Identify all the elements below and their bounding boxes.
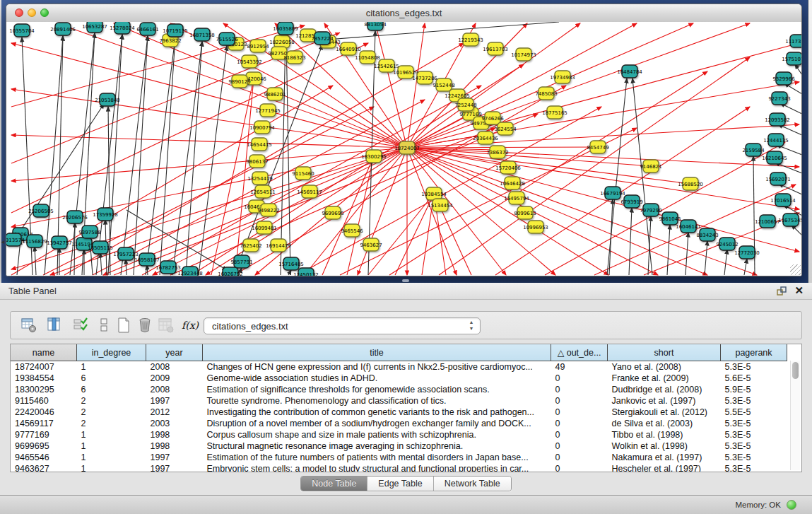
column-header-name[interactable]: name <box>11 344 77 361</box>
table-cell[interactable]: 18300295 <box>11 384 77 395</box>
graph-node[interactable]: 19613703 <box>483 42 508 55</box>
graph-node[interactable]: 12923448 <box>177 267 203 276</box>
row-height-icon[interactable] <box>95 317 112 334</box>
graph-node[interactable]: 15692071 <box>765 173 791 185</box>
table-cell[interactable]: Wolkin et al. (1998) <box>608 440 721 452</box>
delete-table-icon[interactable] <box>136 317 153 334</box>
graph-node[interactable]: 15278024 <box>110 22 135 34</box>
table-cell[interactable]: Disruption of a novel member of a sodium… <box>203 418 551 429</box>
table-cell[interactable]: 1997 <box>146 452 203 463</box>
table-cell[interactable]: 1997 <box>146 395 203 407</box>
graph-node[interactable]: 9861045 <box>659 212 681 225</box>
graph-node[interactable]: 10646428 <box>500 177 525 189</box>
graph-node[interactable]: 9465546 <box>341 224 363 237</box>
table-cell[interactable]: Yano et al. (2008) <box>608 361 721 373</box>
graph-node[interactable]: 20891406 <box>50 23 76 35</box>
selection-mode-icon[interactable] <box>73 317 90 334</box>
table-row[interactable]: 1938455462009Genome-wide association stu… <box>11 373 787 384</box>
network-canvas[interactable]: 1872400718300295193845541513445497771699… <box>6 22 801 276</box>
graph-node[interactable]: 8099613 <box>514 206 536 219</box>
table-cell[interactable]: 1 <box>77 463 146 472</box>
graph-node[interactable]: 8813054 <box>364 22 387 30</box>
graph-node[interactable]: 10355704 <box>9 24 35 37</box>
table-cell[interactable]: 9463627 <box>11 463 77 472</box>
column-header-out_de[interactable]: △ out_de... <box>551 344 608 361</box>
table-cell[interactable]: 1998 <box>146 429 203 440</box>
table-cell[interactable]: 6 <box>77 384 146 395</box>
table-cell[interactable]: 0 <box>551 463 608 472</box>
window-titlebar[interactable]: citations_edges.txt <box>6 4 801 23</box>
graph-node[interactable]: 16914479 <box>266 239 291 252</box>
table-cell[interactable]: 0 <box>551 452 608 463</box>
graph-node[interactable]: 15688520 <box>678 177 703 190</box>
scrollbar-thumb[interactable] <box>792 362 799 379</box>
graph-node[interactable]: 10900794 <box>249 121 275 134</box>
graph-node[interactable]: 2159584 <box>742 144 765 156</box>
graph-node[interactable]: 7485083 <box>535 87 557 100</box>
graph-node[interactable]: 14654415 <box>247 138 272 151</box>
table-cell[interactable]: 0 <box>551 407 608 418</box>
table-row[interactable]: 1872400712008Changes of HCN gene express… <box>11 361 787 373</box>
graph-node[interactable]: 6793919 <box>620 195 642 208</box>
table-cell[interactable]: 5.3E-5 <box>721 452 787 463</box>
table-cell[interactable]: 2 <box>77 407 146 418</box>
graph-node[interactable]: 9397588 <box>78 226 100 238</box>
table-cell[interactable]: 0 <box>551 440 608 452</box>
graph-node[interactable]: 9806137 <box>246 155 268 168</box>
table-cell[interactable]: Investigating the contribution of common… <box>203 407 551 418</box>
graph-node[interactable]: 9699695 <box>322 206 343 219</box>
table-cell[interactable]: 14569117 <box>11 418 77 429</box>
table-cell[interactable]: 22420046 <box>11 407 77 418</box>
create-table-icon[interactable] <box>115 317 132 334</box>
graph-node[interactable]: 6466161 <box>136 23 158 35</box>
table-cell[interactable]: Hescheler et al. (1997) <box>608 463 721 472</box>
graph-node[interactable]: 11173106 <box>785 35 802 47</box>
graph-node[interactable]: 7979290 <box>640 204 661 216</box>
table-cell[interactable]: 5.3E-5 <box>721 395 787 407</box>
table-cell[interactable]: 1 <box>77 452 146 463</box>
table-row[interactable]: 2242004622012Investigating the contribut… <box>11 407 787 418</box>
table-cell[interactable]: 49 <box>551 361 608 373</box>
table-row[interactable]: 969969511998Structural magnetic resonanc… <box>11 440 787 452</box>
memory-status-indicator[interactable] <box>787 500 796 510</box>
graph-node[interactable]: 12100657 <box>755 215 780 228</box>
table-cell[interactable]: 2008 <box>146 361 203 373</box>
graph-node[interactable]: 15751074 <box>782 52 802 65</box>
table-cell[interactable]: Nakamura et al. (1997) <box>608 452 721 463</box>
tab-edge-table[interactable]: Edge Table <box>367 477 433 491</box>
table-cell[interactable]: 0 <box>551 429 608 440</box>
table-cell[interactable]: 0 <box>551 373 608 384</box>
table-cell[interactable]: 2003 <box>146 418 203 429</box>
graph-node[interactable]: 16035809 <box>273 22 298 35</box>
graph-node[interactable]: 16679194 <box>600 187 625 199</box>
table-cell[interactable]: 1997 <box>146 463 203 472</box>
table-cell[interactable]: Jankovic et al. (1997) <box>608 395 721 407</box>
column-header-year[interactable]: year <box>146 344 203 361</box>
graph-node[interactable]: 10996953 <box>523 221 548 233</box>
split-divider-handle[interactable] <box>402 279 409 282</box>
table-cell[interactable]: 9115460 <box>11 395 77 407</box>
graph-node[interactable]: 12771945 <box>255 104 281 117</box>
graph-node[interactable]: 18775165 <box>542 106 567 119</box>
table-cell[interactable]: 1998 <box>146 440 203 452</box>
graph-node[interactable]: 8186323 <box>283 51 305 64</box>
table-cell[interactable]: 2 <box>77 395 146 407</box>
table-row[interactable]: 977716911998Corpus callosum shape and si… <box>11 429 787 440</box>
resize-grip[interactable] <box>790 264 801 275</box>
table-cell[interactable]: 1 <box>77 440 146 452</box>
table-row[interactable]: 946554611997Estimation of the future num… <box>11 452 787 463</box>
graph-node[interactable]: 8834243 <box>696 228 718 241</box>
graph-node[interactable]: 9886201 <box>264 88 286 100</box>
table-cell[interactable]: 0 <box>551 395 608 407</box>
table-cell[interactable]: 5.5E-5 <box>721 407 787 418</box>
column-header-pagerank[interactable]: pagerank <box>721 344 787 361</box>
graph-node[interactable]: 10174973 <box>511 48 536 61</box>
graph-node[interactable]: 11054808 <box>355 51 380 64</box>
table-cell[interactable]: Tibbo et al. (1998) <box>608 429 721 440</box>
graph-node[interactable]: 16026752 <box>218 267 243 276</box>
graph-node[interactable]: 19734983 <box>550 71 575 83</box>
graph-node[interactable]: 16046141 <box>676 220 701 233</box>
table-cell[interactable]: Tourette syndrome. Phenomenology and cla… <box>203 395 551 407</box>
table-cell[interactable]: Franke et al. (2009) <box>608 373 721 384</box>
table-cell[interactable]: Structural magnetic resonance image aver… <box>203 440 551 452</box>
